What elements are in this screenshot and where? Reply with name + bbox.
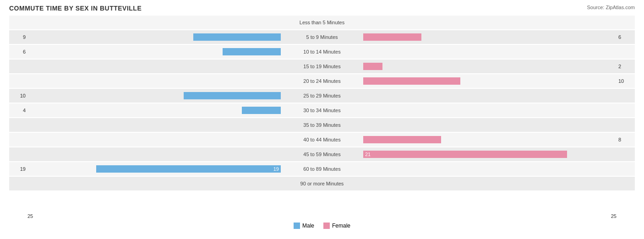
female-side xyxy=(363,77,617,85)
bar-layout: 20 to 24 Minutes xyxy=(27,76,617,86)
left-value: 4 xyxy=(9,108,27,113)
chart-row: 10 25 to 29 Minutes xyxy=(9,89,635,103)
male-side: 19 xyxy=(27,165,281,173)
female-side: 21 xyxy=(363,150,617,158)
female-side xyxy=(363,179,617,188)
bars-center: 5 to 9 Minutes xyxy=(27,30,617,44)
left-value: 19 xyxy=(9,166,27,172)
row-label: 25 to 29 Minutes xyxy=(281,93,363,98)
chart-row: 90 or more Minutes xyxy=(9,177,635,190)
chart-row: 20 to 24 Minutes 10 xyxy=(9,74,635,88)
legend-male-label: Male xyxy=(302,223,314,229)
female-side xyxy=(363,136,617,144)
chart-title: COMMUTE TIME BY SEX IN BUTTEVILLE xyxy=(9,5,635,12)
female-side xyxy=(363,62,617,71)
male-side xyxy=(27,92,281,100)
axis-left: 25 xyxy=(27,213,33,219)
female-side xyxy=(363,18,617,27)
bars-center: 10 to 14 Minutes xyxy=(27,45,617,59)
row-label: Less than 5 Minutes xyxy=(281,20,363,25)
left-value: 9 xyxy=(9,34,27,40)
male-side xyxy=(27,136,281,144)
bar-layout: 15 to 19 Minutes xyxy=(27,61,617,71)
legend-female-box xyxy=(323,223,330,229)
legend-male: Male xyxy=(294,223,314,229)
row-label: 20 to 24 Minutes xyxy=(281,78,363,84)
bars-center: 45 to 59 Minutes 21 xyxy=(27,147,617,161)
female-bar xyxy=(363,77,460,85)
female-bar: 21 xyxy=(363,151,567,158)
bar-layout: 5 to 9 Minutes xyxy=(27,32,617,42)
male-side xyxy=(27,18,281,27)
female-bar xyxy=(363,33,421,41)
axis-labels: 25 25 xyxy=(9,213,635,219)
female-side xyxy=(363,33,617,41)
bars-center: 20 to 24 Minutes xyxy=(27,74,617,88)
chart-row: 35 to 39 Minutes xyxy=(9,118,635,132)
bar-layout: 25 to 29 Minutes xyxy=(27,91,617,101)
chart-row: Less than 5 Minutes xyxy=(9,16,635,29)
bar-layout: 10 to 14 Minutes xyxy=(27,47,617,57)
source-label: Source: ZipAtlas.com xyxy=(587,5,635,10)
row-label: 15 to 19 Minutes xyxy=(281,64,363,69)
bars-center: 40 to 44 Minutes xyxy=(27,133,617,147)
male-bar xyxy=(223,48,281,55)
legend-female: Female xyxy=(323,223,350,229)
female-side xyxy=(363,92,617,100)
chart-area: Less than 5 Minutes 9 xyxy=(9,16,635,212)
row-label: 45 to 59 Minutes xyxy=(281,152,363,157)
bar-layout: 40 to 44 Minutes xyxy=(27,135,617,145)
row-label: 60 to 89 Minutes xyxy=(281,166,363,172)
female-bar xyxy=(363,136,441,143)
male-side xyxy=(27,179,281,188)
row-label: 30 to 34 Minutes xyxy=(281,108,363,113)
bars-center: 15 to 19 Minutes xyxy=(27,60,617,73)
bar-layout: 45 to 59 Minutes 21 xyxy=(27,149,617,159)
male-side xyxy=(27,33,281,41)
row-label: 90 or more Minutes xyxy=(281,181,363,186)
female-side xyxy=(363,48,617,56)
female-bar-value-inside: 21 xyxy=(363,152,372,157)
right-value: 6 xyxy=(617,34,635,40)
male-side xyxy=(27,121,281,129)
bar-layout: 35 to 39 Minutes xyxy=(27,120,617,130)
axis-right: 25 xyxy=(611,213,617,219)
row-label: 40 to 44 Minutes xyxy=(281,137,363,142)
male-bar-value-inside: 19 xyxy=(272,166,281,172)
right-value: 10 xyxy=(617,78,635,84)
right-value: 8 xyxy=(617,137,635,142)
male-side xyxy=(27,106,281,114)
left-value: 6 xyxy=(9,49,27,54)
male-bar xyxy=(242,107,281,114)
bars-center: 35 to 39 Minutes xyxy=(27,118,617,132)
chart-row: 19 19 60 to 89 Minutes xyxy=(9,162,635,176)
legend-female-label: Female xyxy=(332,223,350,229)
legend: Male Female xyxy=(9,223,635,229)
female-side xyxy=(363,165,617,173)
bars-center: 19 60 to 89 Minutes xyxy=(27,162,617,176)
row-label: 5 to 9 Minutes xyxy=(281,34,363,40)
female-bar xyxy=(363,63,382,70)
chart-row: 4 30 to 34 Minutes xyxy=(9,103,635,117)
male-side xyxy=(27,77,281,85)
bars-center: 25 to 29 Minutes xyxy=(27,89,617,103)
male-side xyxy=(27,48,281,56)
right-value: 2 xyxy=(617,64,635,69)
chart-row: 9 5 to 9 Minutes 6 xyxy=(9,30,635,44)
male-bar xyxy=(184,92,281,99)
legend-male-box xyxy=(294,223,300,229)
row-label: 35 to 39 Minutes xyxy=(281,122,363,128)
chart-row: 6 10 to 14 Minutes xyxy=(9,45,635,59)
bars-center: 30 to 34 Minutes xyxy=(27,103,617,117)
row-label: 10 to 14 Minutes xyxy=(281,49,363,54)
male-side xyxy=(27,150,281,158)
bar-layout: 90 or more Minutes xyxy=(27,179,617,189)
bar-layout: 19 60 to 89 Minutes xyxy=(27,164,617,174)
chart-row: 40 to 44 Minutes 8 xyxy=(9,133,635,147)
bars-center: Less than 5 Minutes xyxy=(27,16,617,29)
bar-layout: Less than 5 Minutes xyxy=(27,17,617,27)
male-bar xyxy=(193,33,281,41)
chart-row: 15 to 19 Minutes 2 xyxy=(9,60,635,73)
female-side xyxy=(363,106,617,114)
chart-row: 45 to 59 Minutes 21 xyxy=(9,147,635,161)
